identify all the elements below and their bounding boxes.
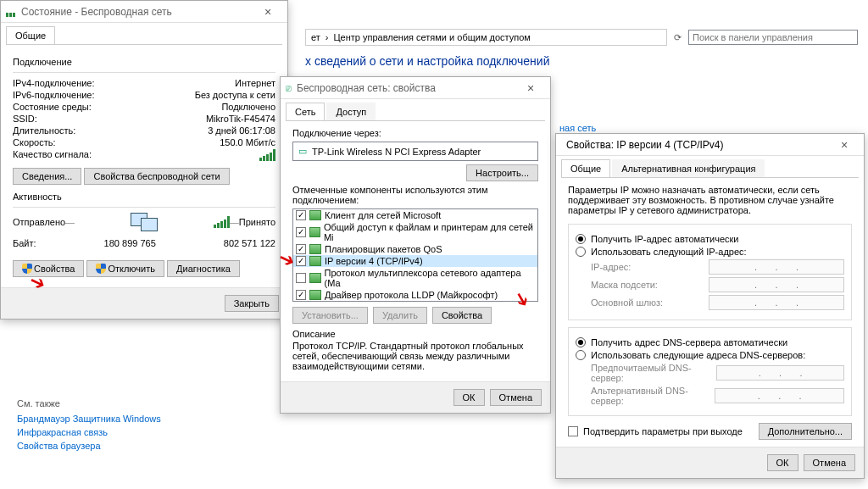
protocol-icon bbox=[309, 244, 321, 254]
ip-address-input[interactable] bbox=[709, 259, 844, 275]
bytes-received: 802 571 122 bbox=[224, 238, 275, 248]
dns1-label: Предпочитаемый DNS-сервер: bbox=[591, 363, 716, 383]
sidebar-link-browser[interactable]: Свойства браузера bbox=[17, 441, 161, 451]
shield-icon bbox=[96, 264, 106, 274]
radio-icon bbox=[576, 337, 586, 347]
window-title: Беспроводная сеть: свойства bbox=[297, 82, 516, 94]
ip-group: Получить IP-адрес автоматически Использо… bbox=[568, 224, 852, 320]
description-label: Описание bbox=[292, 329, 538, 339]
sidebar-link-firewall[interactable]: Брандмауэр Защитника Windows bbox=[17, 414, 161, 424]
close-icon[interactable]: × bbox=[830, 138, 859, 152]
breadcrumb-item[interactable]: ет bbox=[311, 32, 320, 42]
protocol-icon bbox=[309, 210, 321, 220]
wireless-properties-button[interactable]: Свойства беспроводной сети bbox=[84, 168, 229, 185]
tab-general[interactable]: Общие bbox=[561, 159, 610, 177]
intro-text: Параметры IP можно назначать автоматичес… bbox=[568, 185, 852, 215]
adapter-name: TP-Link Wireless N PCI Express Adapter bbox=[312, 147, 481, 157]
status-key: SSID: bbox=[13, 114, 37, 124]
subnet-mask-input[interactable] bbox=[709, 277, 844, 292]
cancel-button[interactable]: Отмена bbox=[490, 389, 542, 406]
recv-bars-icon bbox=[214, 216, 230, 228]
tab-access[interactable]: Доступ bbox=[326, 103, 376, 120]
window-title: Свойства: IP версии 4 (TCP/IPv4) bbox=[566, 139, 830, 151]
close-icon[interactable]: × bbox=[253, 5, 282, 19]
adapter-device-icon: ▭ bbox=[298, 146, 307, 157]
details-button[interactable]: Сведения... bbox=[13, 168, 81, 185]
radio-ip-auto[interactable]: Получить IP-адрес автоматически bbox=[576, 234, 844, 244]
status-value: 150.0 Мбит/c bbox=[220, 137, 275, 147]
search-input[interactable] bbox=[688, 30, 858, 45]
status-key: Скорость: bbox=[13, 137, 56, 147]
sidebar-heading: См. также bbox=[17, 398, 161, 408]
components-label: Отмеченные компоненты используются этим … bbox=[292, 185, 538, 205]
component-label: IP версии 4 (TCP/IPv4) bbox=[325, 256, 423, 266]
tab-alt-config[interactable]: Альтернативная конфигурация bbox=[612, 159, 765, 177]
radio-ip-manual[interactable]: Использовать следующий IP-адрес: bbox=[576, 247, 844, 257]
component-item[interactable]: Планировщик пакетов QoS bbox=[293, 243, 537, 255]
received-label: Принято bbox=[239, 217, 275, 227]
window-title: Состояние - Беспроводная сеть bbox=[21, 6, 253, 18]
dns2-label: Альтернативный DNS-сервер: bbox=[591, 386, 715, 406]
checkbox-icon[interactable] bbox=[296, 256, 306, 266]
tcpip-properties-window: Свойства: IP версии 4 (TCP/IPv4) × Общие… bbox=[555, 133, 865, 479]
network-activity-icon bbox=[131, 213, 158, 231]
signal-label: Качество сигнала: bbox=[13, 149, 92, 161]
network-link[interactable]: ная сеть bbox=[559, 123, 596, 133]
component-item[interactable]: Драйвер протокола LLDP (Майкрософт) bbox=[293, 289, 537, 301]
component-item[interactable]: IP версии 6 (TCP/IPv6) bbox=[293, 301, 537, 302]
radio-dns-auto[interactable]: Получить адрес DNS-сервера автоматически bbox=[576, 337, 844, 347]
section-connection: Подключение bbox=[13, 57, 275, 67]
checkbox-icon[interactable] bbox=[296, 290, 306, 300]
protocol-icon bbox=[309, 227, 320, 237]
checkbox-icon[interactable] bbox=[296, 273, 306, 283]
adapter-properties-window: ⎚ Беспроводная сеть: свойства × Сеть Дос… bbox=[280, 76, 551, 414]
refresh-icon[interactable]: ⟳ bbox=[674, 32, 682, 43]
breadcrumb[interactable]: ет › Центр управления сетями и общим дос… bbox=[305, 29, 667, 46]
component-item[interactable]: Клиент для сетей Microsoft bbox=[293, 209, 537, 221]
gateway-input[interactable] bbox=[709, 295, 844, 310]
checkbox-icon[interactable] bbox=[296, 210, 306, 220]
dns2-input[interactable] bbox=[715, 388, 844, 403]
radio-icon bbox=[576, 350, 586, 360]
adapter-icon: ⎚ bbox=[286, 83, 292, 93]
component-item[interactable]: IP версии 4 (TCP/IPv4) bbox=[293, 255, 537, 267]
component-item[interactable]: Общий доступ к файлам и принтерам для се… bbox=[293, 221, 537, 243]
component-label: Клиент для сетей Microsoft bbox=[325, 210, 441, 220]
components-list[interactable]: Клиент для сетей MicrosoftОбщий доступ к… bbox=[292, 208, 538, 302]
status-value: Интернет bbox=[235, 78, 275, 88]
sidebar-link-infrared[interactable]: Инфракрасная связь bbox=[17, 427, 161, 437]
status-value: MikroTik-F45474 bbox=[206, 114, 275, 124]
protocol-icon bbox=[309, 256, 321, 266]
see-also-sidebar: См. также Брандмауэр Защитника Windows И… bbox=[17, 398, 161, 454]
status-value: Без доступа к сети bbox=[195, 90, 275, 100]
component-properties-button[interactable]: Свойства bbox=[432, 307, 492, 324]
dns-group: Получить адрес DNS-сервера автоматически… bbox=[568, 327, 852, 416]
advanced-button[interactable]: Дополнительно... bbox=[759, 423, 852, 440]
protocol-icon bbox=[309, 290, 321, 300]
page-title: х сведений о сети и настройка подключени… bbox=[305, 49, 858, 80]
status-value: Подключено bbox=[221, 102, 275, 112]
disable-button[interactable]: Отключить bbox=[86, 260, 164, 277]
shield-icon bbox=[22, 264, 32, 274]
install-button[interactable]: Установить... bbox=[292, 307, 368, 324]
breadcrumb-item[interactable]: Центр управления сетями и общим доступом bbox=[333, 32, 530, 42]
status-key: IPv4-подключение: bbox=[13, 78, 95, 88]
validate-checkbox[interactable]: Подтвердить параметры при выходе bbox=[568, 426, 743, 436]
wireless-status-window: Состояние - Беспроводная сеть × Общие По… bbox=[0, 0, 288, 320]
diagnose-button[interactable]: Диагностика bbox=[167, 260, 240, 277]
ok-button[interactable]: ОК bbox=[767, 454, 798, 471]
ok-button[interactable]: ОК bbox=[453, 389, 485, 406]
tab-general[interactable]: Общие bbox=[6, 26, 55, 44]
radio-dns-manual[interactable]: Использовать следующие адреса DNS-сервер… bbox=[576, 350, 844, 360]
chevron-right-icon: › bbox=[326, 32, 329, 42]
checkbox-icon[interactable] bbox=[296, 227, 306, 237]
component-label: Драйвер протокола LLDP (Майкрософт) bbox=[325, 290, 498, 300]
configure-button[interactable]: Настроить... bbox=[466, 164, 538, 181]
dns1-input[interactable] bbox=[716, 365, 844, 381]
uninstall-button[interactable]: Удалить bbox=[373, 307, 427, 324]
close-button[interactable]: Закрыть bbox=[225, 295, 279, 312]
cancel-button[interactable]: Отмена bbox=[804, 454, 855, 471]
close-icon[interactable]: × bbox=[516, 81, 545, 95]
component-item[interactable]: Протокол мультиплексора сетевого адаптер… bbox=[293, 267, 537, 289]
tab-network[interactable]: Сеть bbox=[286, 103, 325, 120]
